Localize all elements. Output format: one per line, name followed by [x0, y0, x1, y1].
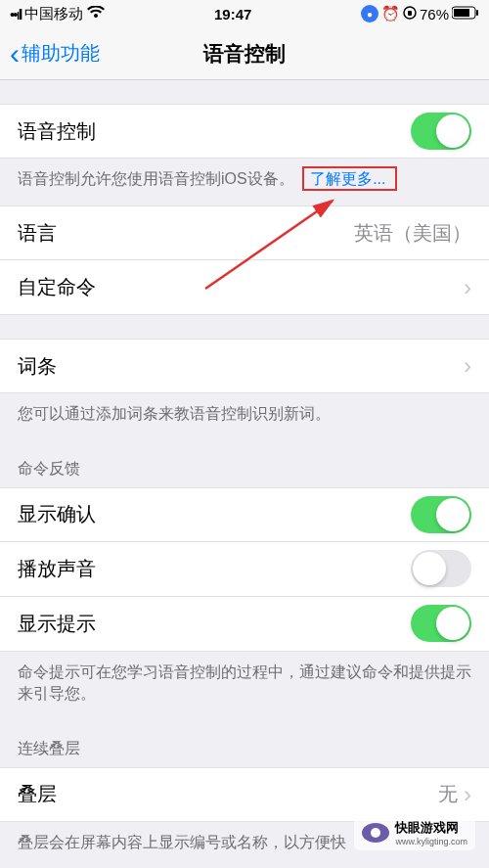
- custom-command-row[interactable]: 自定命令 ›: [0, 260, 489, 315]
- svg-rect-3: [454, 9, 469, 17]
- show-hints-toggle[interactable]: [411, 605, 471, 642]
- voice-control-row: 语音控制: [0, 104, 489, 159]
- watermark-logo-icon: [362, 823, 389, 843]
- show-confirm-toggle[interactable]: [411, 496, 471, 533]
- voice-control-footer: 语音控制允许您使用语音控制iOS设备。 了解更多...: [0, 159, 489, 206]
- watermark-name: 快眼游戏网: [395, 819, 467, 837]
- play-sound-row: 播放声音: [0, 542, 489, 597]
- battery-percent: 76%: [420, 6, 449, 23]
- vocab-footer: 您可以通过添加词条来教语音控制识别新词。: [0, 393, 489, 440]
- feedback-header: 命令反馈: [0, 441, 489, 487]
- chevron-right-icon: ›: [464, 274, 471, 301]
- rotation-lock-icon: [403, 6, 417, 23]
- nav-bar: ‹ 辅助功能 语音控制: [0, 27, 489, 80]
- back-button[interactable]: ‹ 辅助功能: [10, 37, 100, 70]
- language-value: 英语（美国）: [354, 220, 471, 247]
- custom-command-label: 自定命令: [18, 274, 96, 300]
- play-sound-label: 播放声音: [18, 556, 96, 582]
- svg-rect-1: [408, 11, 412, 16]
- alarm-icon: ⏰: [381, 5, 400, 23]
- vocab-row[interactable]: 词条 ›: [0, 339, 489, 393]
- show-hints-label: 显示提示: [18, 611, 96, 637]
- feedback-footer: 命令提示可在您学习语音控制的过程中，通过建议命令和提供提示来引导您。: [0, 652, 489, 721]
- watermark: 快眼游戏网 www.kyligting.com: [354, 815, 475, 850]
- play-sound-toggle[interactable]: [411, 550, 471, 587]
- vocab-label: 词条: [18, 353, 57, 380]
- chevron-right-icon: ›: [464, 352, 471, 380]
- learn-more-link[interactable]: 了解更多...: [302, 166, 397, 191]
- show-hints-row: 显示提示: [0, 597, 489, 652]
- voice-control-toggle[interactable]: [411, 113, 471, 150]
- overlay-row[interactable]: 叠层 无 ›: [0, 767, 489, 822]
- overlay-header: 连续叠层: [0, 721, 489, 767]
- voice-control-label: 语音控制: [18, 118, 96, 145]
- language-label: 语言: [18, 220, 57, 247]
- chevron-right-icon: ›: [464, 781, 471, 808]
- battery-icon: [452, 6, 479, 23]
- overlay-label: 叠层: [18, 781, 57, 807]
- watermark-url: www.kyligting.com: [395, 837, 467, 846]
- show-confirm-label: 显示确认: [18, 501, 96, 527]
- back-label: 辅助功能: [22, 40, 100, 67]
- status-bar: ••ıll 中国移动 19:47 ● ⏰ 76%: [0, 0, 489, 27]
- svg-rect-4: [476, 10, 478, 16]
- mic-indicator-icon: ●: [361, 5, 378, 23]
- wifi-icon: [87, 6, 105, 23]
- carrier: 中国移动: [24, 5, 83, 23]
- time: 19:47: [214, 6, 251, 23]
- language-row[interactable]: 语言 英语（美国）: [0, 206, 489, 260]
- signal-icon: ••ıll: [10, 6, 21, 23]
- show-confirm-row: 显示确认: [0, 487, 489, 542]
- page-title: 语音控制: [203, 40, 286, 68]
- overlay-value: 无: [438, 781, 458, 807]
- chevron-left-icon: ‹: [10, 37, 20, 70]
